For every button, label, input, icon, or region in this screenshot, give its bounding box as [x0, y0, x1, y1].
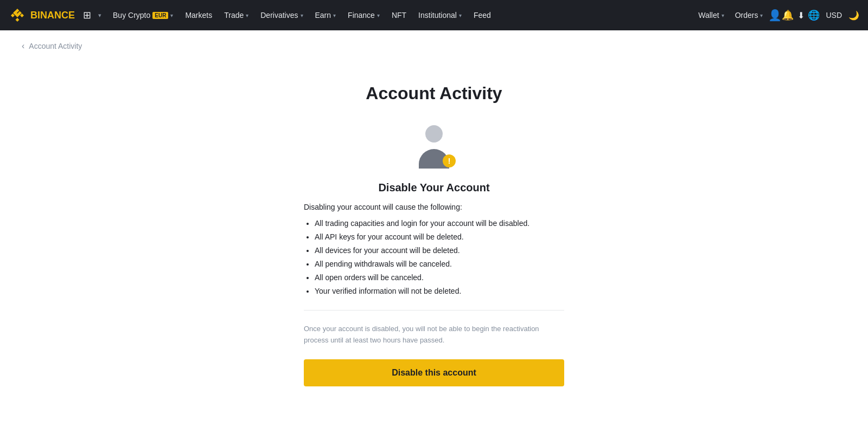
download-icon[interactable]: ⬇: [795, 10, 806, 21]
profile-icon[interactable]: 👤: [769, 10, 780, 21]
nav-feed-label: Feed: [474, 11, 491, 20]
logo[interactable]: BINANCE: [9, 7, 75, 24]
main-content: Account Activity ! Disable Your Account …: [0, 62, 868, 419]
content-title: Disable Your Account: [304, 182, 564, 194]
nav-right: Wallet ▾ Orders ▾ 👤 🔔 ⬇ 🌐 USD 🌙: [694, 0, 859, 30]
content-intro: Disabling your account will cause the fo…: [304, 203, 564, 211]
logo-text: BINANCE: [30, 10, 75, 21]
nav-derivatives-chevron: ▾: [301, 12, 303, 18]
nav-earn-chevron: ▾: [333, 12, 336, 18]
nav-item-finance[interactable]: Finance ▾: [342, 0, 385, 30]
list-item: All API keys for your account will be de…: [315, 231, 564, 243]
list-item: All devices for your account will be del…: [315, 245, 564, 256]
apps-grid-icon[interactable]: ⊞: [81, 10, 92, 21]
globe-icon[interactable]: 🌐: [808, 10, 819, 21]
breadcrumb-back-button[interactable]: ‹: [22, 41, 24, 51]
list-item: Your verified information will not be de…: [315, 286, 564, 297]
nav-buy-crypto-chevron: ▾: [170, 12, 173, 18]
warning-badge-icon: !: [443, 154, 456, 167]
breadcrumb-text: Account Activity: [29, 42, 82, 50]
list-item: All open orders will be canceled.: [315, 272, 564, 283]
nav-item-buy-crypto[interactable]: Buy Crypto EUR ▾: [107, 0, 178, 30]
content-note: Once your account is disabled, you will …: [304, 324, 564, 346]
nav-item-nft[interactable]: NFT: [386, 0, 412, 30]
nav-markets-label: Markets: [185, 11, 212, 20]
section-divider: [304, 310, 564, 311]
person-head-icon: [425, 125, 443, 143]
nav-buy-crypto-label: Buy Crypto: [113, 11, 150, 20]
nav-item-trade[interactable]: Trade ▾: [219, 0, 254, 30]
consequences-list: All trading capacities and login for you…: [304, 218, 564, 297]
nav-orders-label: Orders: [735, 11, 758, 20]
nav-wallet[interactable]: Wallet ▾: [694, 0, 728, 30]
nav-item-markets[interactable]: Markets: [180, 0, 218, 30]
breadcrumb: ‹ Account Activity: [0, 30, 868, 62]
nav-eur-badge: EUR: [152, 12, 168, 19]
disable-account-button[interactable]: Disable this account: [304, 359, 564, 386]
nav-trade-chevron: ▾: [246, 12, 248, 18]
nav-wallet-chevron: ▾: [722, 12, 724, 18]
nav-orders[interactable]: Orders ▾: [731, 0, 768, 30]
nav-wallet-label: Wallet: [698, 11, 719, 20]
content-box: Disable Your Account Disabling your acco…: [304, 182, 564, 386]
nav-earn-label: Earn: [315, 11, 331, 20]
nav-derivatives-label: Derivatives: [260, 11, 298, 20]
nav-finance-label: Finance: [348, 11, 375, 20]
notification-bell-icon[interactable]: 🔔: [782, 10, 793, 21]
theme-toggle-icon[interactable]: 🌙: [848, 10, 859, 21]
page-title: Account Activity: [366, 83, 502, 104]
apps-chevron-icon[interactable]: ▾: [94, 10, 105, 21]
account-warning-icon: !: [412, 125, 456, 169]
nav-items: Buy Crypto EUR ▾ Markets Trade ▾ Derivat…: [107, 0, 692, 30]
nav-institutional-chevron: ▾: [459, 12, 462, 18]
list-item: All pending withdrawals will be canceled…: [315, 258, 564, 270]
nav-finance-chevron: ▾: [377, 12, 380, 18]
list-item: All trading capacities and login for you…: [315, 218, 564, 229]
nav-trade-label: Trade: [224, 11, 244, 20]
nav-currency-label: USD: [826, 11, 842, 20]
nav-nft-label: NFT: [392, 11, 406, 20]
nav-item-institutional[interactable]: Institutional ▾: [413, 0, 467, 30]
nav-orders-chevron: ▾: [760, 12, 763, 18]
nav-institutional-label: Institutional: [418, 11, 457, 20]
nav-currency[interactable]: USD: [821, 0, 846, 30]
nav-item-feed[interactable]: Feed: [468, 0, 496, 30]
nav-item-derivatives[interactable]: Derivatives ▾: [255, 0, 308, 30]
nav-item-earn[interactable]: Earn ▾: [310, 0, 342, 30]
navbar: BINANCE ⊞ ▾ Buy Crypto EUR ▾ Markets Tra…: [0, 0, 868, 30]
